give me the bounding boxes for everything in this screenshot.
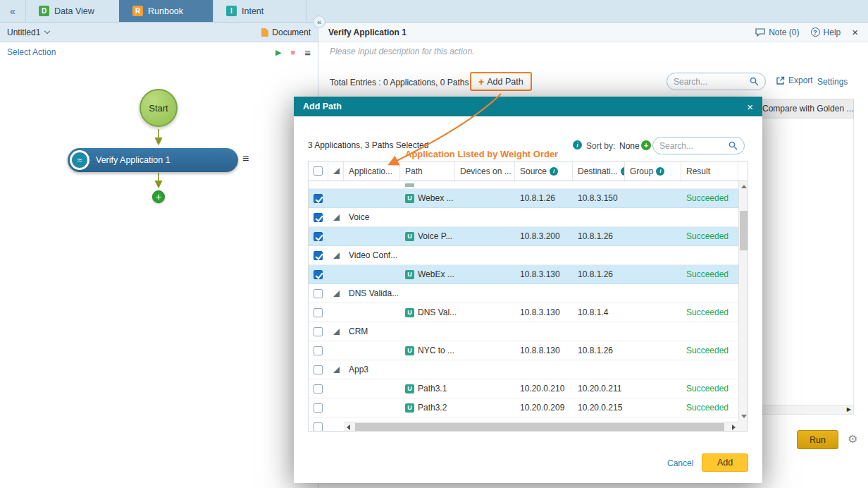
- scroll-left-icon[interactable]: [347, 425, 350, 430]
- row-checkbox[interactable]: [314, 327, 323, 336]
- path-search-input[interactable]: Search...: [666, 73, 766, 90]
- tab-runbook[interactable]: RRunbook: [119, 0, 213, 22]
- collapse-group-icon[interactable]: [333, 291, 340, 297]
- path-cell: UVoice P...: [400, 227, 455, 245]
- action-description-placeholder[interactable]: Please input description for this action…: [318, 42, 868, 61]
- add-sort-icon[interactable]: [641, 140, 651, 150]
- tab-intent[interactable]: IIntent: [213, 0, 306, 22]
- info-icon[interactable]: i: [550, 167, 558, 176]
- application-row[interactable]: CRM: [309, 322, 738, 341]
- path-row[interactable]: UVoice P...10.8.3.20010.8.1.26Succeeded: [309, 227, 738, 246]
- application-row[interactable]: DNS Valida...: [309, 284, 738, 303]
- run-runbook-icon[interactable]: ▶: [275, 48, 281, 57]
- runbook-menu-icon[interactable]: ≡: [304, 47, 311, 59]
- devices-cell: [455, 398, 515, 417]
- stop-runbook-icon[interactable]: ■: [291, 48, 296, 56]
- vertical-scroll-thumb[interactable]: [740, 211, 748, 250]
- row-checkbox[interactable]: [314, 194, 323, 203]
- path-row[interactable]: UNYC to ...10.8.8.13010.8.1.26Succeeded: [309, 341, 738, 360]
- close-panel-icon[interactable]: ×: [852, 26, 858, 38]
- row-checkbox[interactable]: [314, 365, 323, 374]
- row-checkbox[interactable]: [314, 403, 323, 413]
- expand-cell: [328, 189, 344, 207]
- start-node[interactable]: Start: [140, 89, 178, 127]
- run-button[interactable]: Run: [797, 430, 838, 449]
- collapse-group-icon[interactable]: [333, 252, 340, 259]
- node-menu-icon[interactable]: ≡: [242, 152, 249, 165]
- column-path[interactable]: Path: [400, 161, 455, 181]
- modal-search-input[interactable]: Search...: [652, 137, 745, 154]
- application-cell: [344, 341, 400, 360]
- row-checkbox[interactable]: [314, 251, 323, 260]
- row-checkbox[interactable]: [314, 213, 323, 222]
- column-result[interactable]: Result: [681, 161, 738, 181]
- action-node-verify-application[interactable]: ≈ Verify Application 1: [68, 148, 238, 172]
- row-checkbox[interactable]: [314, 422, 323, 432]
- source-cell: [515, 284, 573, 303]
- cancel-button[interactable]: Cancel: [667, 458, 693, 468]
- path-row[interactable]: UPath3.210.20.0.20910.20.0.215Succeeded: [309, 398, 738, 417]
- row-checkbox[interactable]: [314, 308, 323, 317]
- sort-info-icon[interactable]: i: [573, 140, 582, 150]
- column-select-all[interactable]: [309, 161, 328, 181]
- path-name: DNS Val...: [418, 307, 457, 317]
- column-destinati[interactable]: Destinati...i: [573, 161, 625, 181]
- path-row[interactable]: UWebEx ...10.8.3.13010.8.1.26Succeeded: [309, 265, 738, 284]
- collapse-group-icon[interactable]: [333, 367, 340, 373]
- collapse-group-icon[interactable]: [333, 214, 340, 221]
- path-row[interactable]: UPath3.110.20.0.21010.20.0.211Succeeded: [309, 379, 738, 398]
- scroll-down-icon[interactable]: [741, 415, 747, 418]
- info-icon[interactable]: i: [656, 167, 664, 176]
- column-expand-all[interactable]: [328, 161, 344, 181]
- add-button[interactable]: Add: [702, 453, 748, 472]
- result-cell: Succeeded: [681, 189, 738, 207]
- select-action-link[interactable]: Select Action: [7, 47, 56, 57]
- row-checkbox[interactable]: [314, 384, 323, 394]
- path-type-icon: U: [405, 308, 414, 317]
- scroll-right-icon[interactable]: [732, 425, 736, 430]
- collapse-tabs-icon[interactable]: «: [0, 0, 25, 22]
- add-node-button[interactable]: +: [152, 190, 165, 203]
- collapse-group-icon[interactable]: [333, 329, 340, 335]
- note-button[interactable]: Note (0): [755, 28, 799, 37]
- application-row[interactable]: Voice: [309, 208, 738, 227]
- export-button[interactable]: Export: [776, 75, 813, 85]
- application-row[interactable]: App3: [309, 360, 738, 379]
- tab-data-view[interactable]: DData View: [25, 0, 119, 22]
- path-row[interactable]: UWebex ...10.8.1.2610.8.3.150Succeeded: [309, 189, 738, 208]
- row-checkbox[interactable]: [314, 270, 323, 279]
- checkbox-cell: [309, 189, 328, 207]
- collapse-all-icon[interactable]: [333, 168, 340, 174]
- scroll-up-icon[interactable]: [741, 185, 747, 188]
- row-checkbox[interactable]: [314, 232, 323, 241]
- modal-close-icon[interactable]: ×: [747, 101, 753, 113]
- compare-golden-column-header[interactable]: Compare with Golden ...: [762, 104, 853, 114]
- select-all-checkbox[interactable]: [314, 166, 323, 176]
- column-label: Path: [405, 166, 423, 176]
- expand-cell: [328, 208, 344, 226]
- column-group[interactable]: Groupi: [625, 161, 681, 181]
- path-row[interactable]: UDNS Val...10.8.3.13010.8.1.4Succeeded: [309, 303, 738, 322]
- column-applicatio[interactable]: Applicatio...: [344, 161, 400, 181]
- settings-button[interactable]: Settings: [817, 77, 848, 87]
- table-vertical-scrollbar[interactable]: [738, 181, 748, 422]
- help-button[interactable]: ? Help: [811, 28, 841, 37]
- source-cell: 10.8.8.130: [515, 341, 573, 360]
- panel-collapse-handle[interactable]: «: [313, 16, 326, 28]
- row-checkbox[interactable]: [314, 346, 323, 355]
- underlying-hscrollbar[interactable]: ▶: [761, 405, 854, 415]
- expand-cell: [328, 322, 344, 341]
- clipped-row-top[interactable]: [309, 181, 738, 189]
- runbook-title-dropdown[interactable]: Untitled1: [7, 28, 49, 37]
- gear-icon[interactable]: ⚙: [848, 432, 857, 446]
- add-path-button[interactable]: + Add Path: [470, 72, 532, 91]
- table-horizontal-scrollbar[interactable]: [344, 422, 738, 431]
- checkbox-cell: [309, 265, 328, 283]
- horizontal-scroll-thumb[interactable]: [355, 423, 724, 431]
- sort-by-value[interactable]: None: [619, 141, 640, 151]
- column-devices-on[interactable]: Devices on ...: [455, 161, 515, 181]
- document-button[interactable]: Document: [261, 28, 311, 37]
- row-checkbox[interactable]: [314, 289, 323, 298]
- application-row[interactable]: Video Conf...: [309, 246, 738, 265]
- column-source[interactable]: Sourcei: [515, 161, 573, 181]
